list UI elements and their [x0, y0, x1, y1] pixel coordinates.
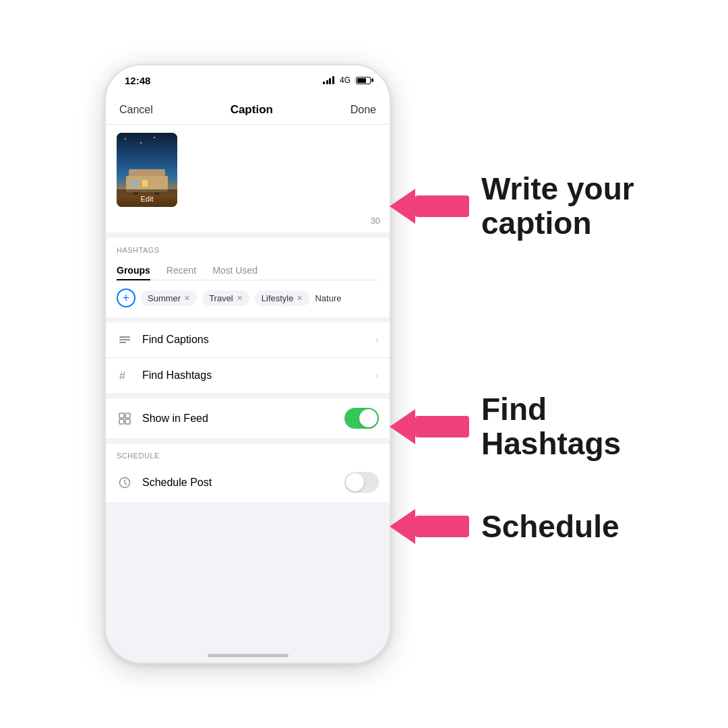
svg-rect-1: [119, 339, 130, 340]
remove-travel[interactable]: ✕: [237, 294, 243, 303]
schedule-post-toggle[interactable]: [344, 472, 379, 493]
hashtags-arrow: [390, 409, 469, 444]
tag-nature: Nature: [315, 293, 341, 303]
hashtag-icon: #: [117, 367, 133, 384]
find-hashtags-item[interactable]: # Find Hashtags ›: [106, 358, 390, 393]
remove-summer[interactable]: ✕: [184, 294, 190, 303]
tag-travel[interactable]: Travel ✕: [202, 291, 249, 306]
caption-annotation: Write your caption: [390, 172, 634, 240]
schedule-section: SCHEDULE Schedule Post: [106, 444, 390, 502]
status-bar: 12:48 4G: [106, 65, 390, 95]
edit-overlay[interactable]: Edit: [117, 189, 177, 207]
clock-icon: [117, 475, 133, 491]
tab-groups[interactable]: Groups: [117, 261, 150, 280]
hashtags-label: HASHTAGS: [117, 246, 379, 254]
find-hashtags-label: Find Hashtags: [142, 369, 375, 382]
schedule-post-item[interactable]: Schedule Post: [106, 462, 390, 502]
schedule-annotation-text: Schedule: [481, 510, 619, 544]
show-in-feed-toggle[interactable]: [344, 408, 379, 429]
schedule-post-label: Schedule Post: [142, 477, 344, 489]
tag-lifestyle[interactable]: Lifestyle ✕: [255, 291, 310, 306]
find-captions-label: Find Captions: [142, 334, 375, 346]
edit-label: Edit: [141, 195, 154, 203]
status-icons: 4G: [323, 75, 371, 85]
menu-section: Find Captions › # Find Hashtags ›: [106, 322, 390, 393]
nav-bar: Cancel Caption Done: [106, 95, 390, 125]
svg-rect-2: [119, 342, 126, 343]
caption-section[interactable]: Edit 30: [106, 125, 390, 233]
caption-annotation-text: Write your caption: [481, 172, 634, 240]
hashtags-annotation: Find Hashtags: [390, 392, 621, 460]
schedule-section-label: SCHEDULE: [106, 444, 390, 462]
char-count: 30: [371, 216, 380, 226]
add-tag-button[interactable]: +: [117, 289, 135, 307]
battery-icon: [356, 77, 371, 84]
cancel-button[interactable]: Cancel: [119, 104, 153, 116]
hashtags-section: HASHTAGS Groups Recent Most Used + Summe…: [106, 238, 390, 317]
chevron-icon-2: ›: [375, 370, 379, 381]
hashtags-annotation-text: Find Hashtags: [481, 392, 621, 460]
home-indicator: [208, 654, 289, 657]
chevron-icon: ›: [375, 334, 379, 345]
remove-lifestyle[interactable]: ✕: [297, 294, 303, 303]
grid-icon: [117, 411, 133, 427]
tab-most-used[interactable]: Most Used: [212, 261, 257, 280]
caption-arrow: [390, 189, 469, 224]
captions-icon: [117, 332, 133, 348]
post-thumbnail[interactable]: Edit: [117, 133, 177, 207]
schedule-arrow: [390, 509, 469, 544]
svg-text:#: #: [119, 370, 125, 382]
svg-rect-0: [119, 336, 130, 338]
svg-rect-5: [125, 413, 130, 418]
svg-rect-4: [119, 413, 124, 418]
tag-summer[interactable]: Summer ✕: [141, 291, 197, 306]
hashtag-tabs: Groups Recent Most Used: [117, 261, 379, 280]
caption-input[interactable]: [177, 133, 379, 224]
svg-rect-7: [125, 419, 130, 424]
show-in-feed-section: Show in Feed: [106, 398, 390, 438]
done-button[interactable]: Done: [351, 104, 376, 116]
signal-icon: [323, 76, 334, 84]
svg-rect-6: [119, 419, 124, 424]
status-time: 12:48: [125, 75, 150, 86]
find-captions-item[interactable]: Find Captions ›: [106, 322, 390, 358]
show-in-feed-item[interactable]: Show in Feed: [106, 398, 390, 438]
hashtag-pills: + Summer ✕ Travel ✕ Lifestyle ✕ Nature: [117, 289, 379, 317]
network-label: 4G: [340, 75, 351, 85]
schedule-annotation: Schedule: [390, 509, 619, 544]
page-title: Caption: [231, 103, 273, 117]
show-in-feed-label: Show in Feed: [142, 413, 344, 425]
tab-recent[interactable]: Recent: [166, 261, 196, 280]
phone-mockup: 12:48 4G Cancel Caption Done: [104, 64, 391, 664]
